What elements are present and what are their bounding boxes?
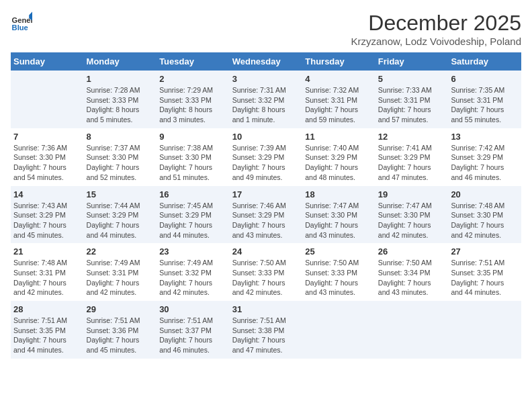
svg-text:Blue: Blue — [12, 24, 28, 32]
calendar-cell: 10Sunrise: 7:39 AMSunset: 3:29 PMDayligh… — [230, 128, 303, 186]
day-info: Sunrise: 7:44 AMSunset: 3:29 PMDaylight:… — [87, 201, 154, 240]
calendar-cell: 3Sunrise: 7:31 AMSunset: 3:32 PMDaylight… — [230, 71, 303, 128]
day-number: 30 — [159, 304, 227, 314]
calendar-cell: 2Sunrise: 7:29 AMSunset: 3:33 PMDaylight… — [157, 71, 230, 128]
calendar-cell: 7Sunrise: 7:36 AMSunset: 3:30 PMDaylight… — [11, 128, 84, 186]
day-number: 1 — [87, 74, 154, 84]
day-info: Sunrise: 7:29 AMSunset: 3:33 PMDaylight:… — [159, 85, 227, 125]
calendar-cell: 14Sunrise: 7:43 AMSunset: 3:29 PMDayligh… — [11, 186, 84, 244]
col-header-tuesday: Tuesday — [157, 52, 230, 71]
day-info: Sunrise: 7:32 AMSunset: 3:31 PMDaylight:… — [305, 85, 373, 125]
logo: General Blue — [11, 11, 32, 32]
day-number: 25 — [305, 246, 373, 257]
day-info: Sunrise: 7:42 AMSunset: 3:29 PMDaylight:… — [451, 143, 519, 183]
day-info: Sunrise: 7:49 AMSunset: 3:31 PMDaylight:… — [87, 258, 154, 298]
calendar-cell: 11Sunrise: 7:40 AMSunset: 3:29 PMDayligh… — [302, 128, 375, 186]
day-number: 22 — [87, 246, 154, 257]
calendar-table: SundayMondayTuesdayWednesdayThursdayFrid… — [11, 52, 521, 359]
col-header-friday: Friday — [375, 52, 449, 71]
title-block: December 2025 Krzyzanow, Lodz Voivodeshi… — [351, 11, 522, 47]
logo-icon: General Blue — [11, 11, 32, 32]
calendar-cell: 15Sunrise: 7:44 AMSunset: 3:29 PMDayligh… — [84, 186, 157, 244]
week-row-4: 21Sunrise: 7:48 AMSunset: 3:31 PMDayligh… — [11, 243, 521, 301]
day-info: Sunrise: 7:49 AMSunset: 3:32 PMDaylight:… — [159, 258, 227, 298]
day-number: 21 — [13, 246, 81, 257]
day-number: 29 — [87, 304, 154, 314]
day-number: 24 — [232, 246, 300, 257]
week-row-1: 1Sunrise: 7:28 AMSunset: 3:33 PMDaylight… — [11, 71, 521, 128]
day-info: Sunrise: 7:28 AMSunset: 3:33 PMDaylight:… — [87, 85, 154, 125]
calendar-cell: 27Sunrise: 7:51 AMSunset: 3:35 PMDayligh… — [448, 243, 521, 301]
day-number: 13 — [451, 132, 519, 142]
day-number: 9 — [159, 132, 227, 142]
day-number: 7 — [13, 132, 81, 142]
calendar-cell: 5Sunrise: 7:33 AMSunset: 3:31 PMDaylight… — [375, 71, 449, 128]
day-info: Sunrise: 7:36 AMSunset: 3:30 PMDaylight:… — [13, 143, 81, 183]
day-info: Sunrise: 7:37 AMSunset: 3:30 PMDaylight:… — [87, 143, 154, 183]
day-info: Sunrise: 7:50 AMSunset: 3:34 PMDaylight:… — [378, 258, 446, 298]
day-number: 3 — [232, 74, 300, 84]
day-number: 26 — [378, 246, 446, 257]
calendar-cell — [11, 71, 84, 128]
day-number: 14 — [13, 189, 81, 199]
day-info: Sunrise: 7:45 AMSunset: 3:29 PMDaylight:… — [159, 201, 227, 240]
calendar-cell: 20Sunrise: 7:48 AMSunset: 3:30 PMDayligh… — [448, 186, 521, 244]
day-info: Sunrise: 7:33 AMSunset: 3:31 PMDaylight:… — [378, 85, 446, 125]
day-number: 17 — [232, 189, 300, 199]
day-info: Sunrise: 7:39 AMSunset: 3:29 PMDaylight:… — [232, 143, 300, 183]
day-number: 15 — [87, 189, 154, 199]
day-number: 20 — [451, 189, 519, 199]
calendar-cell: 19Sunrise: 7:47 AMSunset: 3:30 PMDayligh… — [375, 186, 449, 244]
day-info: Sunrise: 7:50 AMSunset: 3:33 PMDaylight:… — [232, 258, 300, 298]
day-info: Sunrise: 7:51 AMSunset: 3:36 PMDaylight:… — [87, 316, 154, 355]
calendar-cell: 22Sunrise: 7:49 AMSunset: 3:31 PMDayligh… — [84, 243, 157, 301]
calendar-cell: 31Sunrise: 7:51 AMSunset: 3:38 PMDayligh… — [230, 301, 303, 359]
day-number: 10 — [232, 132, 300, 142]
calendar-cell: 17Sunrise: 7:46 AMSunset: 3:29 PMDayligh… — [230, 186, 303, 244]
calendar-cell: 26Sunrise: 7:50 AMSunset: 3:34 PMDayligh… — [375, 243, 449, 301]
calendar-cell: 30Sunrise: 7:51 AMSunset: 3:37 PMDayligh… — [157, 301, 230, 359]
location-subtitle: Krzyzanow, Lodz Voivodeship, Poland — [351, 36, 522, 47]
day-number: 19 — [378, 189, 446, 199]
day-number: 31 — [232, 304, 300, 314]
calendar-cell — [448, 301, 521, 359]
day-info: Sunrise: 7:51 AMSunset: 3:38 PMDaylight:… — [232, 316, 300, 355]
day-info: Sunrise: 7:41 AMSunset: 3:29 PMDaylight:… — [378, 143, 446, 183]
day-info: Sunrise: 7:48 AMSunset: 3:30 PMDaylight:… — [451, 201, 519, 240]
month-title: December 2025 — [351, 11, 522, 36]
calendar-cell: 16Sunrise: 7:45 AMSunset: 3:29 PMDayligh… — [157, 186, 230, 244]
calendar-cell: 28Sunrise: 7:51 AMSunset: 3:35 PMDayligh… — [11, 301, 84, 359]
day-info: Sunrise: 7:48 AMSunset: 3:31 PMDaylight:… — [13, 258, 81, 298]
page-header: General Blue December 2025 Krzyzanow, Lo… — [11, 11, 521, 47]
day-number: 12 — [378, 132, 446, 142]
col-header-thursday: Thursday — [302, 52, 375, 71]
col-header-saturday: Saturday — [448, 52, 521, 71]
day-number: 11 — [305, 132, 373, 142]
calendar-cell: 9Sunrise: 7:38 AMSunset: 3:30 PMDaylight… — [157, 128, 230, 186]
day-number: 6 — [451, 74, 519, 84]
day-info: Sunrise: 7:46 AMSunset: 3:29 PMDaylight:… — [232, 201, 300, 240]
day-info: Sunrise: 7:50 AMSunset: 3:33 PMDaylight:… — [305, 258, 373, 298]
day-number: 8 — [87, 132, 154, 142]
day-number: 23 — [159, 246, 227, 257]
calendar-cell: 24Sunrise: 7:50 AMSunset: 3:33 PMDayligh… — [230, 243, 303, 301]
calendar-cell: 8Sunrise: 7:37 AMSunset: 3:30 PMDaylight… — [84, 128, 157, 186]
day-info: Sunrise: 7:43 AMSunset: 3:29 PMDaylight:… — [13, 201, 81, 240]
calendar-cell: 4Sunrise: 7:32 AMSunset: 3:31 PMDaylight… — [302, 71, 375, 128]
calendar-cell: 23Sunrise: 7:49 AMSunset: 3:32 PMDayligh… — [157, 243, 230, 301]
calendar-cell — [375, 301, 449, 359]
day-number: 2 — [159, 74, 227, 84]
day-number: 16 — [159, 189, 227, 199]
day-info: Sunrise: 7:47 AMSunset: 3:30 PMDaylight:… — [305, 201, 373, 240]
calendar-cell: 12Sunrise: 7:41 AMSunset: 3:29 PMDayligh… — [375, 128, 449, 186]
day-info: Sunrise: 7:40 AMSunset: 3:29 PMDaylight:… — [305, 143, 373, 183]
day-info: Sunrise: 7:47 AMSunset: 3:30 PMDaylight:… — [378, 201, 446, 240]
day-number: 5 — [378, 74, 446, 84]
calendar-header-row: SundayMondayTuesdayWednesdayThursdayFrid… — [11, 52, 521, 71]
day-info: Sunrise: 7:38 AMSunset: 3:30 PMDaylight:… — [159, 143, 227, 183]
week-row-5: 28Sunrise: 7:51 AMSunset: 3:35 PMDayligh… — [11, 301, 521, 359]
day-number: 27 — [451, 246, 519, 257]
week-row-3: 14Sunrise: 7:43 AMSunset: 3:29 PMDayligh… — [11, 186, 521, 244]
calendar-cell: 6Sunrise: 7:35 AMSunset: 3:31 PMDaylight… — [448, 71, 521, 128]
day-info: Sunrise: 7:51 AMSunset: 3:35 PMDaylight:… — [451, 258, 519, 298]
